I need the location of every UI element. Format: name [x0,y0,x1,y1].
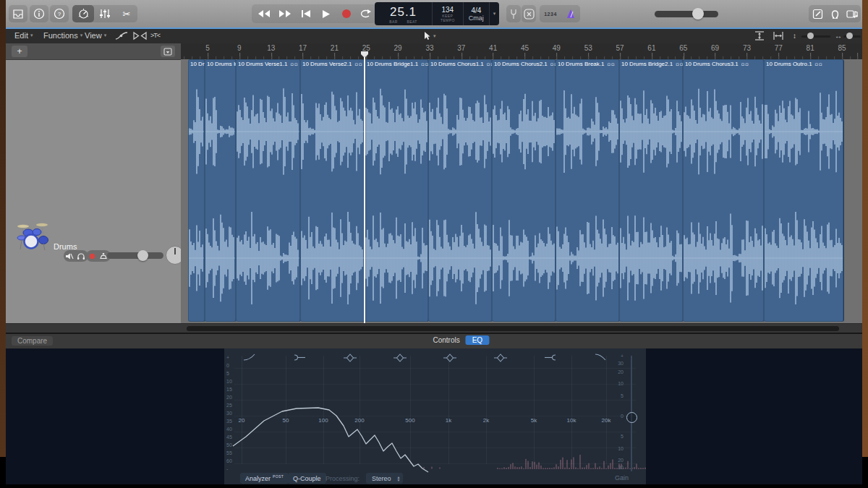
track-header-drums[interactable]: Drums [6,60,181,323]
lcd-mode-chevron[interactable]: ▾ [490,2,499,25]
bell-1-band-icon[interactable] [342,352,358,362]
loop-browser-icon [830,9,841,20]
notepad-button[interactable] [809,5,826,22]
menu-functions[interactable]: Functions▾ [43,31,82,40]
horizontal-scroll-strip [6,323,862,333]
cycle-button[interactable] [356,5,375,22]
horizontal-zoom-knob[interactable] [846,33,853,39]
horizontal-auto-zoom-button[interactable] [773,30,784,41]
main-area: + Drums [6,43,862,323]
track-header-config-button[interactable] [161,46,175,57]
count-in-button[interactable]: 1234 [540,5,561,22]
snap-to-transient-button[interactable]: >T< [150,32,160,39]
audio-region[interactable]: 10 Drums Verse2.1ΩΩ [300,59,365,322]
editor-button[interactable]: ✂ [116,5,137,22]
eq-gain-scale-label: 10 [610,381,624,386]
smart-controls-body: +051015202530354045505560-20501002005001… [6,348,862,484]
help-button[interactable]: ? [50,5,69,22]
menu-edit[interactable]: Edit▾ [14,31,33,40]
bell-2-band-icon[interactable] [392,352,408,362]
eq-db-label: 45 [226,435,237,440]
audio-region[interactable]: 10 Drums Chorus2.1ΩΩ [492,59,556,322]
audio-region[interactable]: 10 Drums Verse1.1ΩΩ [236,59,301,322]
eq-freq-label: 1k [446,417,451,424]
play-button[interactable] [316,5,335,22]
vertical-zoom-knob[interactable] [807,33,814,39]
tab-controls[interactable]: Controls [433,336,459,344]
media-browser-button[interactable] [843,5,861,22]
compare-button[interactable]: Compare [12,336,53,346]
gain-knob[interactable] [626,412,637,423]
ruler-bar-label: 9 [237,44,242,52]
menu-view[interactable]: View▾ [85,31,106,40]
ruler-bar-label: 29 [394,44,402,52]
smart-controls-button[interactable] [72,5,94,22]
loop-browser-button[interactable] [826,5,843,22]
eq-display[interactable]: +051015202530354045505560-20501002005001… [224,348,646,484]
track-lane[interactable]: 10 Dr10 Drums In10 Drums Verse1.1ΩΩ10 Dr… [181,59,862,323]
flex-button[interactable] [132,30,148,41]
playhead[interactable] [364,57,365,323]
menu-view-label: View [85,31,102,40]
lcd-position-cell[interactable]: 25.1 BAR BEAT [375,2,433,25]
mute-icon [65,252,74,260]
processing-select[interactable]: Stereo ▲▼ [366,473,403,484]
library-button[interactable] [9,5,27,22]
lcd-tempo-cell[interactable]: 134 KEEP TEMPO [433,2,464,25]
tool-menu[interactable]: ▾ [423,31,436,40]
add-track-button[interactable]: + [12,46,27,57]
high-shelf-band-icon[interactable] [542,352,558,362]
lcd-time-signature: 4/4 [464,7,490,14]
master-volume-slider[interactable] [655,11,718,17]
tab-eq[interactable]: EQ [466,335,489,345]
master-volume-knob[interactable] [692,8,704,20]
low-cut-band-icon[interactable] [242,352,258,362]
mixer-button[interactable] [94,5,116,22]
tuning-fork-icon [509,9,518,20]
q-couple-button[interactable]: Q-Couple [288,473,326,484]
lcd-beat-label: BEAT [407,20,417,24]
record-button[interactable] [337,5,356,22]
audio-region[interactable]: 10 Drums Chorus1.1ΩΩ [428,59,493,322]
go-to-beginning-icon [301,9,311,18]
lcd-display[interactable]: 25.1 BAR BEAT 134 KEEP TEMPO 4/4 Cmaj ▾ [375,2,499,25]
audio-region[interactable]: 10 Drums Break.1ΩΩ [556,59,620,322]
bell-3-band-icon[interactable] [442,352,458,362]
tuner-button[interactable] [506,5,521,22]
audio-region[interactable]: 10 Dr [188,59,205,322]
rewind-button[interactable] [255,5,273,22]
track-volume-knob[interactable] [137,250,148,261]
solo-button[interactable] [75,252,87,260]
audio-region[interactable]: 10 Drums Bridge2.1ΩΩ [619,59,684,322]
vertical-zoom-slider[interactable] [801,35,830,38]
region-name-label: 10 Drums Bridge2.1ΩΩ [619,59,683,67]
horizontal-scrollbar[interactable] [187,326,839,331]
eq-db-label: 0 [226,363,237,368]
ruler-bar-label: 21 [331,44,339,52]
audio-region[interactable]: 10 Drums Outro.1ΩΩ [764,59,844,322]
arrange-menubar: Edit▾ Functions▾ View▾ >T< ▾ ↕ [6,29,862,43]
fast-forward-button[interactable] [276,5,294,22]
track-volume-slider[interactable] [107,252,163,259]
bell-4-band-icon[interactable] [493,352,509,362]
vertical-auto-zoom-button[interactable] [754,30,765,41]
info-button[interactable] [30,5,48,22]
automation-button[interactable] [114,30,129,41]
audio-region[interactable]: 10 Drums In [205,59,237,322]
mute-button[interactable] [64,252,75,260]
audio-region[interactable]: 10 Drums Chorus3.1ΩΩ [683,59,765,322]
bar-ruler[interactable]: 5913172125293337414549535761656973778185 [181,43,862,60]
low-shelf-band-icon[interactable] [292,352,307,362]
scissors-icon: ✂ [123,9,131,20]
go-to-beginning-button[interactable] [297,5,315,22]
high-cut-band-icon[interactable] [592,352,608,362]
audio-region[interactable]: 10 Drums Bridge1.1ΩΩ [365,59,429,322]
record-enable-button[interactable] [86,253,98,260]
pointer-tool-icon [423,31,431,40]
analyzer-button[interactable]: Analyzer POST [240,473,289,484]
lcd-tempo-value: 134 [433,6,463,14]
ruler-bar-label: 65 [679,44,687,52]
metronome-button[interactable] [561,5,580,22]
lcd-key-cell[interactable]: 4/4 Cmaj [464,2,490,25]
master-strip-button[interactable] [522,5,536,22]
